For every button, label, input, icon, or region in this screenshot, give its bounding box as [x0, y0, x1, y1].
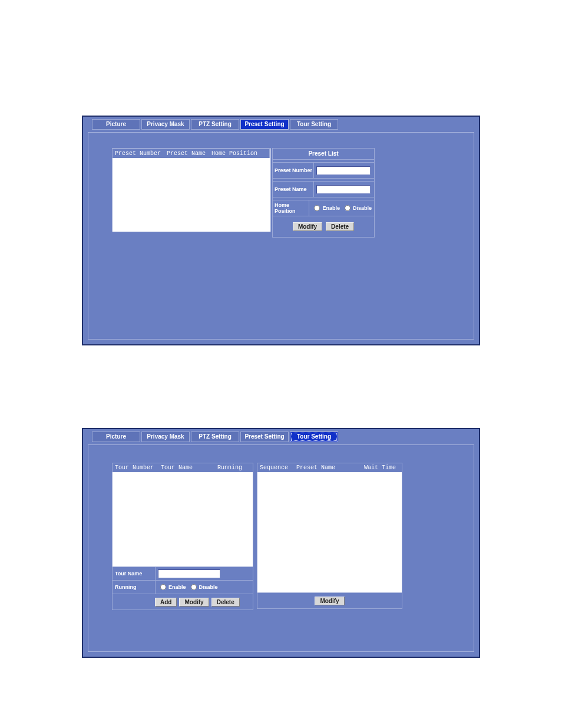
- col-preset-name: Preset Name: [296, 465, 335, 471]
- home-enable-radio[interactable]: [314, 205, 320, 211]
- tab-preset-setting[interactable]: Preset Setting: [240, 119, 289, 130]
- tour-list-body[interactable]: [113, 472, 253, 566]
- col-sequence: Sequence: [260, 465, 288, 471]
- tab-picture[interactable]: Picture: [92, 119, 140, 130]
- inner-frame: Tour Number Tour Name Running Tour Name …: [88, 444, 474, 652]
- preset-list-body[interactable]: [113, 158, 270, 232]
- tour-list-header: Tour Number Tour Name Running: [113, 463, 253, 472]
- preset-list-table[interactable]: Preset Number Preset Name Home Position: [112, 148, 271, 232]
- label-preset-name: Preset Name: [273, 182, 314, 197]
- preset-delete-button[interactable]: Delete: [326, 222, 354, 231]
- tab-ptz-setting[interactable]: PTZ Setting: [191, 119, 239, 130]
- col-running: Running: [217, 465, 242, 471]
- preset-form-title: Preset List: [273, 149, 374, 160]
- running-disable-radio[interactable]: [191, 584, 197, 590]
- preset-list-header: Preset Number Preset Name Home Position: [112, 149, 270, 158]
- col-preset-number: Preset Number: [115, 150, 161, 157]
- sequence-panel: Sequence Preset Name Wait Time Modify: [257, 463, 402, 609]
- home-disable-label: Disable: [353, 205, 372, 211]
- tour-modify-button[interactable]: Modify: [179, 598, 209, 607]
- tab-row: Picture Privacy Mask PTZ Setting Preset …: [83, 429, 479, 442]
- inner-frame: Preset Number Preset Name Home Position …: [88, 132, 474, 340]
- home-disable-radio[interactable]: [345, 205, 351, 211]
- preset-number-input[interactable]: [316, 166, 371, 175]
- label-running: Running: [113, 581, 156, 594]
- tour-list-panel: Tour Number Tour Name Running Tour Name …: [112, 463, 253, 610]
- col-home-position: Home Position: [211, 150, 257, 157]
- tab-privacy-mask[interactable]: Privacy Mask: [141, 119, 190, 130]
- sequence-body[interactable]: [257, 472, 402, 592]
- col-wait-time: Wait Time: [364, 465, 396, 471]
- label-preset-number: Preset Number: [273, 163, 314, 178]
- running-enable-radio[interactable]: [160, 584, 166, 590]
- preset-form: Preset List Preset Number Preset Name Ho…: [272, 148, 375, 238]
- tab-tour-setting[interactable]: Tour Setting: [290, 119, 338, 130]
- tour-add-button[interactable]: Add: [155, 598, 177, 607]
- sequence-header: Sequence Preset Name Wait Time: [257, 463, 402, 472]
- col-preset-name: Preset Name: [167, 150, 206, 157]
- tab-ptz-setting[interactable]: PTZ Setting: [191, 431, 239, 442]
- home-enable-label: Enable: [322, 205, 340, 211]
- tab-tour-setting[interactable]: Tour Setting: [290, 431, 338, 442]
- label-tour-name: Tour Name: [113, 567, 156, 580]
- tab-preset-setting[interactable]: Preset Setting: [240, 431, 289, 442]
- tab-row: Picture Privacy Mask PTZ Setting Preset …: [83, 117, 479, 130]
- running-disable-label: Disable: [199, 584, 218, 590]
- label-home-position: Home Position: [273, 200, 309, 216]
- tour-delete-button[interactable]: Delete: [211, 598, 240, 607]
- tab-picture[interactable]: Picture: [92, 431, 140, 442]
- tour-name-input[interactable]: [158, 569, 220, 578]
- sequence-modify-button[interactable]: Modify: [315, 597, 344, 605]
- preset-modify-button[interactable]: Modify: [293, 222, 322, 231]
- preset-name-input[interactable]: [316, 185, 371, 194]
- tab-privacy-mask[interactable]: Privacy Mask: [141, 431, 190, 442]
- col-tour-number: Tour Number: [115, 465, 154, 471]
- col-tour-name: Tour Name: [161, 465, 193, 471]
- running-enable-label: Enable: [168, 584, 186, 590]
- preset-setting-panel: Picture Privacy Mask PTZ Setting Preset …: [82, 116, 480, 345]
- tour-setting-panel: Picture Privacy Mask PTZ Setting Preset …: [82, 428, 480, 658]
